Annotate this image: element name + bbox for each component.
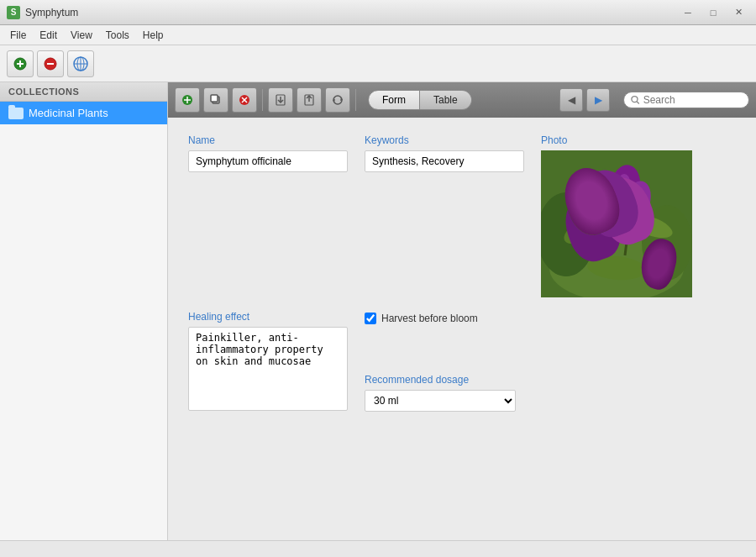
menu-help[interactable]: Help <box>136 28 171 43</box>
keywords-group: Keywords <box>365 134 524 297</box>
collection-label: Medicinal Plants <box>29 107 108 119</box>
delete-icon <box>239 94 250 106</box>
menu-file[interactable]: File <box>3 28 33 43</box>
healing-row: Healing effect Painkiller, anti-inflamma… <box>188 311 736 412</box>
photo-display <box>541 150 692 297</box>
keywords-label: Keywords <box>365 134 524 146</box>
close-button[interactable]: ✕ <box>727 4 749 21</box>
svg-rect-13 <box>211 95 218 102</box>
import-button[interactable] <box>268 87 293 113</box>
form-view-button[interactable]: Form <box>368 90 420 110</box>
add-record-icon <box>181 94 193 106</box>
sync-icon <box>332 94 344 106</box>
duplicate-icon <box>210 94 222 106</box>
add-collection-button[interactable] <box>7 50 34 77</box>
toolbar-top <box>0 45 756 82</box>
name-keywords-row: Name Keywords Photo <box>188 134 736 297</box>
view-toggle: Form Table <box>368 90 472 110</box>
harvest-checkbox[interactable] <box>365 313 376 324</box>
options-group: Harvest before bloom Recommended dosage … <box>365 311 516 412</box>
menu-view[interactable]: View <box>64 28 99 43</box>
duplicate-record-button[interactable] <box>203 87 228 113</box>
main-area: COLLECTIONS Medicinal Plants <box>0 82 756 540</box>
secondary-toolbar: Form Table ◀ ▶ <box>168 82 756 118</box>
search-box <box>623 92 749 108</box>
app-title: Symphytum <box>25 7 677 18</box>
app-icon: S <box>7 6 20 19</box>
harvest-checkbox-row: Harvest before bloom <box>365 313 516 324</box>
dosage-select[interactable]: 10 ml 20 ml 30 ml 50 ml 100 ml <box>365 390 516 412</box>
add-collection-icon <box>13 57 27 71</box>
photo-label: Photo <box>541 134 692 146</box>
name-input[interactable] <box>188 150 348 172</box>
healing-label: Healing effect <box>188 311 348 323</box>
next-record-button[interactable]: ▶ <box>586 88 610 112</box>
search-icon <box>631 95 640 105</box>
add-record-button[interactable] <box>175 87 200 113</box>
delete-record-button[interactable] <box>232 87 257 113</box>
minimize-button[interactable]: ─ <box>677 4 699 21</box>
window-controls: ─ □ ✕ <box>677 4 749 21</box>
sidebar: COLLECTIONS Medicinal Plants <box>0 82 168 540</box>
name-group: Name <box>188 134 348 297</box>
healing-group: Healing effect Painkiller, anti-inflamma… <box>188 311 348 412</box>
web-button[interactable] <box>67 50 94 77</box>
menubar: File Edit View Tools Help <box>0 25 756 45</box>
harvest-label: Harvest before bloom <box>381 313 478 324</box>
collections-header: COLLECTIONS <box>0 82 167 102</box>
keywords-input[interactable] <box>365 150 524 172</box>
photo-group: Photo <box>541 134 692 297</box>
titlebar: S Symphytum ─ □ ✕ <box>0 0 756 25</box>
svg-point-21 <box>632 97 638 102</box>
remove-collection-button[interactable] <box>37 50 64 77</box>
import-icon <box>275 94 286 106</box>
name-label: Name <box>188 134 348 146</box>
svg-line-22 <box>637 102 639 104</box>
search-input[interactable] <box>643 94 742 106</box>
export-icon <box>303 94 315 106</box>
folder-icon <box>8 108 24 119</box>
separator-2 <box>355 89 356 111</box>
menu-tools[interactable]: Tools <box>99 28 136 43</box>
plant-svg <box>541 150 692 297</box>
content-area: Form Table ◀ ▶ Name <box>168 82 756 540</box>
remove-collection-icon <box>44 57 57 71</box>
table-view-button[interactable]: Table <box>420 90 472 110</box>
web-icon <box>73 56 88 71</box>
healing-textarea[interactable]: Painkiller, anti-inflammatory property o… <box>188 327 348 411</box>
sync-button[interactable] <box>325 87 350 113</box>
statusbar <box>0 540 756 557</box>
maximize-button[interactable]: □ <box>702 4 724 21</box>
prev-record-button[interactable]: ◀ <box>559 88 583 112</box>
form-area: Name Keywords Photo <box>168 118 756 540</box>
menu-edit[interactable]: Edit <box>33 28 64 43</box>
separator-1 <box>262 89 263 111</box>
dosage-group: Recommended dosage 10 ml 20 ml 30 ml 50 … <box>365 374 516 412</box>
sidebar-item-medicinal-plants[interactable]: Medicinal Plants <box>0 102 167 124</box>
dosage-label: Recommended dosage <box>365 374 516 386</box>
export-button[interactable] <box>297 87 322 113</box>
